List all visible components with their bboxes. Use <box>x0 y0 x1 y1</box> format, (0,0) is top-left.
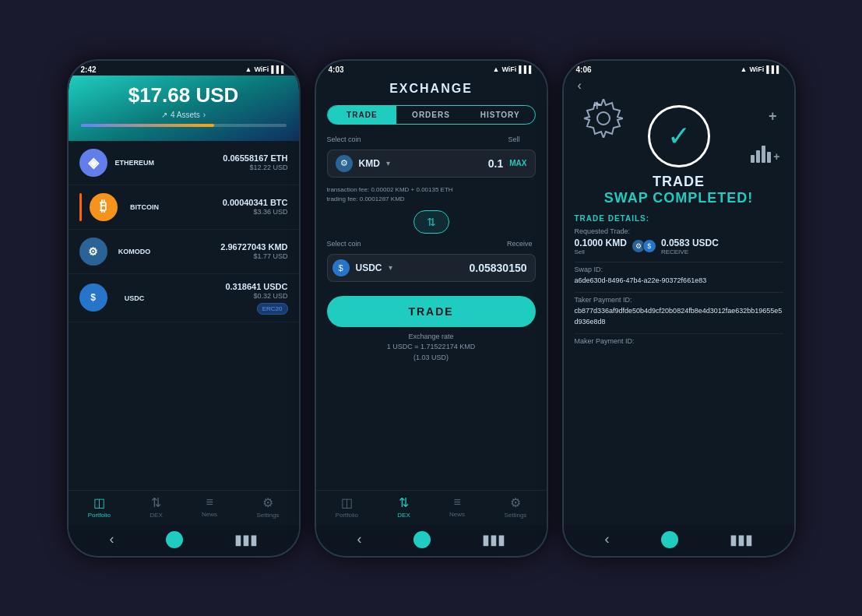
divider-3 <box>575 333 783 334</box>
nav-news-1[interactable]: ≡ News <box>202 495 217 519</box>
svg-point-0 <box>597 112 610 125</box>
tab-orders[interactable]: ORDERS <box>396 106 466 124</box>
receive-coin-row[interactable]: $ USDC ▾ 0.05830150 <box>327 254 536 282</box>
bottom-nav-1: ◫ Portfolio ⇅ DEX ≡ News ⚙ Settings <box>69 490 299 525</box>
news-label: News <box>202 511 217 518</box>
exchange-tabs: TRADE ORDERS HISTORY <box>327 105 536 125</box>
phone-swap-completed: 4:06 ▲ WiFi ▌▌▌ ‹ + ✓ <box>562 59 796 558</box>
eth-name: ETHEREUM <box>115 159 155 167</box>
nav-news-2[interactable]: ≡ News <box>449 495 465 519</box>
receive-value: 0.05830150 <box>399 262 527 274</box>
nav-portfolio-1[interactable]: ◫ Portfolio <box>88 495 111 519</box>
btc-amount: 0.00040341 BTC <box>172 198 288 207</box>
settings-label-2: Settings <box>504 512 526 519</box>
swap-graphic: + ✓ + + <box>564 93 794 174</box>
home-button-2[interactable] <box>413 531 431 548</box>
nav-settings-1[interactable]: ⚙ Settings <box>256 495 279 519</box>
home-button-3[interactable] <box>661 531 678 548</box>
swap-btn-row: ⇅ <box>327 210 536 234</box>
back-button-3[interactable]: ‹ <box>605 531 610 547</box>
coin-item-btc[interactable]: ₿ BITCOIN 0.00040341 BTC $3.36 USD <box>69 185 299 230</box>
back-arrow-button[interactable]: ‹ <box>575 76 582 92</box>
receive-section: Select coin Receive $ USDC ▾ 0.05830150 <box>327 240 536 282</box>
requested-trade-label: Requested Trade: <box>575 227 783 235</box>
coin-item-kmd[interactable]: ⚙ KOMODO 2.96727043 KMD $1.77 USD <box>69 230 299 274</box>
nav-dex-2[interactable]: ⇅ DEX <box>397 495 410 519</box>
taker-payment-section: Taker Payment ID: cb877d336af9dfde50b4d9… <box>575 296 783 327</box>
swap-id-section: Swap ID: a6de630d-8496-47b4-a22e-90372f6… <box>575 266 783 287</box>
dex-icon: ⇅ <box>151 495 161 510</box>
status-bar-2: 4:03 ▲ WiFi ▌▌▌ <box>316 61 547 76</box>
time-3: 4:06 <box>576 65 592 74</box>
time-1: 2:42 <box>81 65 97 74</box>
erc20-badge: ERC20 <box>257 303 288 315</box>
coin-item-usdc[interactable]: $ USDC 0.318641 USDC $0.32 USD ERC20 <box>69 274 299 322</box>
swap-completed-title: TRADE SWAP COMPLETED! <box>564 174 794 206</box>
receive-dropdown-arrow: ▾ <box>389 263 392 272</box>
receive-coin-name: USDC <box>356 262 382 273</box>
sell-section: Select coin Sell ⚙ KMD ▾ 0.1 MAX <box>327 136 536 178</box>
nav-dex-1[interactable]: ⇅ DEX <box>150 495 162 519</box>
eth-balance: 0.06558167 ETH $12.22 USD <box>162 153 287 171</box>
btc-info: BITCOIN <box>125 202 164 211</box>
transaction-fee: transaction fee: 0.00002 KMD + 0.00135 E… <box>327 185 536 195</box>
divider-2 <box>575 292 783 293</box>
trade-button[interactable]: TRADE <box>327 296 536 327</box>
tab-trade[interactable]: TRADE <box>328 106 397 124</box>
phone-nav-buttons-2: ‹ ▮▮▮ <box>316 525 547 556</box>
usdc-name: USDC <box>125 294 145 302</box>
status-bar-1: 2:42 ▲ WiFi ▌▌▌ <box>69 61 299 76</box>
max-label[interactable]: MAX <box>509 159 526 167</box>
eth-usd: $12.22 USD <box>162 164 287 171</box>
swap-direction-button[interactable]: ⇅ <box>413 210 449 234</box>
btc-icon: ₿ <box>90 193 118 221</box>
exchange-content: EXCHANGE TRADE ORDERS HISTORY Select coi… <box>316 76 547 490</box>
divider-1 <box>575 262 783 262</box>
kmd-usd: $1.77 USD <box>162 252 288 260</box>
usdc-amount: 0.318641 USDC <box>162 282 288 291</box>
trade-title-text: TRADE <box>564 174 794 190</box>
usdc-mini-icon: $ <box>642 239 656 253</box>
exchange-rate: Exchange rate 1 USDC = 1.71522174 KMD (1… <box>327 332 536 364</box>
home-button-1[interactable] <box>166 531 183 548</box>
trade-details-title: TRADE DETAILS: <box>575 214 783 223</box>
swap-id-label: Swap ID: <box>575 266 783 273</box>
kmd-info: KOMODO <box>115 247 154 255</box>
coin-item-eth[interactable]: ◈ ETHEREUM 0.06558167 ETH $12.22 USD <box>69 141 299 185</box>
bottom-nav-2: ◫ Portfolio ⇅ DEX ≡ News ⚙ Settings <box>316 490 547 525</box>
settings-icon: ⚙ <box>262 495 273 510</box>
tab-history[interactable]: HISTORY <box>466 106 535 124</box>
portfolio-label-2: Portfolio <box>336 512 358 519</box>
status-icons-1: ▲ WiFi ▌▌▌ <box>245 65 287 73</box>
usdc-icon: $ <box>79 283 107 312</box>
phone-nav-buttons-3: ‹ ▮▮▮ <box>564 525 794 556</box>
recent-button-2[interactable]: ▮▮▮ <box>482 531 505 548</box>
back-button-1[interactable]: ‹ <box>110 531 114 547</box>
sell-dropdown-arrow: ▾ <box>386 159 390 167</box>
time-2: 4:03 <box>329 65 344 74</box>
news-icon-2: ≡ <box>453 495 460 509</box>
back-button-2[interactable]: ‹ <box>357 531 362 547</box>
assets-link[interactable]: ↗ 4 Assets › <box>81 111 287 119</box>
status-icons-3: ▲ WiFi ▌▌▌ <box>741 65 782 73</box>
select-coin-label: Select coin <box>327 136 361 143</box>
kmd-amount: 2.96727043 KMD <box>162 242 288 252</box>
status-bar-3: 4:06 ▲ WiFi ▌▌▌ <box>564 61 794 76</box>
trade-details-section: TRADE DETAILS: Requested Trade: 0.1000 K… <box>564 208 794 525</box>
recent-button-1[interactable]: ▮▮▮ <box>234 531 258 548</box>
check-circle-icon: ✓ <box>648 105 710 167</box>
requested-trade-row: 0.1000 KMD Sell ⚙ $ 0.0583 USDC RECEIVE <box>575 238 783 255</box>
dex-label: DEX <box>150 512 162 519</box>
kmd-name: KOMODO <box>118 248 151 255</box>
portfolio-icon: ◫ <box>93 495 105 510</box>
coin-list: ◈ ETHEREUM 0.06558167 ETH $12.22 USD ₿ B… <box>69 141 299 490</box>
sell-tag: Sell <box>575 248 627 255</box>
trading-fee: trading fee: 0.0001287 KMD <box>327 195 536 204</box>
nav-settings-2[interactable]: ⚙ Settings <box>504 495 526 519</box>
sell-amount: 0.1000 KMD <box>575 238 627 248</box>
nav-portfolio-2[interactable]: ◫ Portfolio <box>336 495 358 519</box>
recent-button-3[interactable]: ▮▮▮ <box>730 531 753 548</box>
select-coin-receive-label: Select coin <box>327 240 361 248</box>
sell-coin-row[interactable]: ⚙ KMD ▾ 0.1 MAX <box>327 150 536 178</box>
phone-exchange: 4:03 ▲ WiFi ▌▌▌ EXCHANGE TRADE ORDERS HI… <box>315 59 548 558</box>
